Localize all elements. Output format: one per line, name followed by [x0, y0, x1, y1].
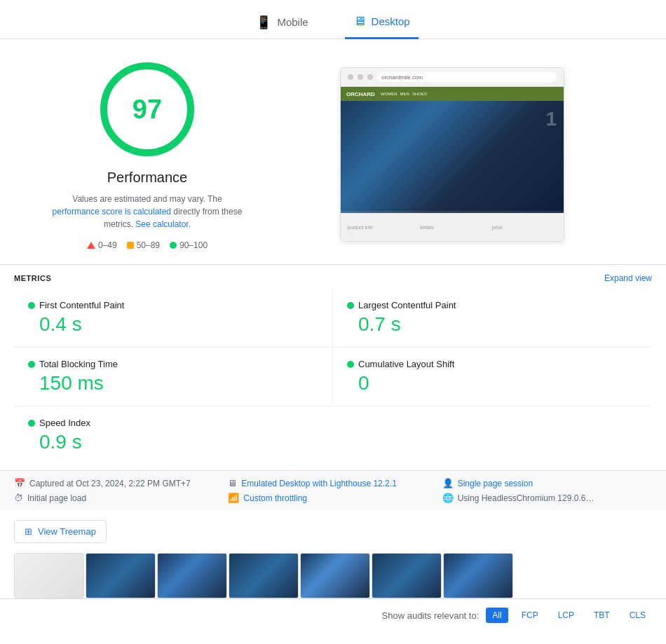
- metric-lcp: Largest Contentful Paint 0.7 s: [333, 289, 652, 348]
- desktop-icon: 🖥: [353, 14, 366, 29]
- filter-all-button[interactable]: All: [486, 608, 508, 623]
- nav-item2: MEN: [400, 92, 409, 96]
- screenshot-image: 1: [341, 101, 564, 213]
- show-audits-label: Show audits relevant to:: [382, 610, 480, 621]
- cls-label: Cumulative Layout Shift: [358, 359, 454, 369]
- site-logo: ORCHARD: [346, 91, 375, 97]
- fcp-dot: [28, 302, 35, 309]
- score-section: 97 Performance Values are estimated and …: [42, 60, 252, 250]
- metric-fcp: First Contentful Paint 0.4 s: [14, 289, 333, 348]
- emulated-link[interactable]: Emulated Desktop with Lighthouse 12.2.1: [241, 479, 396, 488]
- view-treemap-button[interactable]: ⊞ View Treemap: [14, 520, 107, 543]
- screenshot-section: orchardmile.com ORCHARD WOMEN MEN SHOES …: [280, 60, 624, 242]
- filmstrip-frame-5: [300, 553, 370, 598]
- score-value: 97: [132, 95, 162, 125]
- info-chromium: 🌐 Using HeadlessChromium 129.0.6668.89 w…: [442, 493, 652, 503]
- lcp-label: Largest Contentful Paint: [358, 300, 456, 310]
- tbt-value: 150 ms: [28, 372, 318, 395]
- legend-poor: 0–49: [87, 240, 117, 250]
- tbt-dot: [28, 361, 35, 368]
- filmstrip-frame-7: [443, 553, 513, 598]
- fcp-label: First Contentful Paint: [39, 300, 124, 310]
- screenshot-bottom: product info details price: [341, 213, 564, 241]
- info-session: 👤 Single page session: [442, 478, 652, 488]
- bottom-bar: Show audits relevant to: All FCP LCP TBT…: [0, 598, 666, 631]
- filmstrip-frame-4: [229, 553, 299, 598]
- info-initial: ⏱ Initial page load: [14, 493, 224, 503]
- performance-description: Values are estimated and may vary. The p…: [49, 193, 245, 231]
- metrics-title: METRICS: [14, 274, 51, 282]
- wifi-icon: 📶: [228, 493, 239, 503]
- filter-lcp-button[interactable]: LCP: [552, 608, 580, 623]
- info-bar: 📅 Captured at Oct 23, 2024, 2:22 PM GMT+…: [0, 470, 666, 510]
- cls-value: 0: [347, 372, 638, 395]
- circle-icon: [170, 242, 177, 249]
- treemap-bar: ⊞ View Treemap: [0, 510, 666, 553]
- filter-cls-button[interactable]: CLS: [623, 608, 652, 623]
- legend-average-label: 50–89: [137, 240, 160, 250]
- si-dot: [28, 420, 35, 427]
- treemap-label: View Treemap: [38, 526, 96, 537]
- perf-score-link[interactable]: performance score is calculated: [53, 207, 171, 217]
- mobile-icon: 📱: [256, 15, 271, 30]
- square-icon: [127, 242, 134, 249]
- legend-poor-label: 0–49: [98, 240, 117, 250]
- filter-tbt-button[interactable]: TBT: [587, 608, 616, 623]
- si-value: 0.9 s: [28, 431, 638, 453]
- tab-mobile-label: Mobile: [277, 16, 308, 28]
- globe-icon: 🌐: [442, 493, 454, 503]
- metric-cls: Cumulative Layout Shift 0: [333, 348, 652, 406]
- tbt-label: Total Blocking Time: [39, 359, 118, 369]
- treemap-icon: ⊞: [25, 526, 32, 537]
- info-captured: 📅 Captured at Oct 23, 2024, 2:22 PM GMT+…: [14, 478, 224, 488]
- tab-desktop-label: Desktop: [372, 15, 410, 27]
- browser-titlebar: orchardmile.com: [341, 68, 564, 87]
- url-bar: orchardmile.com: [377, 72, 557, 82]
- performance-title: Performance: [107, 170, 188, 186]
- site-nav: ORCHARD WOMEN MEN SHOES: [341, 87, 564, 101]
- nav-item3: SHOES: [412, 92, 427, 96]
- info-throttling: 📶 Custom throttling: [228, 493, 437, 503]
- lcp-value: 0.7 s: [347, 313, 638, 336]
- main-content: 97 Performance Values are estimated and …: [0, 39, 666, 264]
- metrics-header: METRICS Expand view: [0, 265, 666, 289]
- performance-gauge: 97: [98, 60, 196, 158]
- user-icon: 👤: [442, 478, 454, 488]
- metrics-grid: First Contentful Paint 0.4 s Largest Con…: [0, 289, 666, 465]
- filmstrip-container: [0, 553, 666, 598]
- throttling-link[interactable]: Custom throttling: [243, 493, 307, 503]
- si-label: Speed Index: [39, 418, 90, 428]
- filmstrip-frame-6: [372, 553, 442, 598]
- filmstrip-frame-3: [157, 553, 227, 598]
- tab-bar: 📱 Mobile 🖥 Desktop: [0, 0, 666, 39]
- fcp-value: 0.4 s: [28, 313, 318, 336]
- tab-mobile[interactable]: 📱 Mobile: [247, 8, 316, 39]
- tab-desktop[interactable]: 🖥 Desktop: [345, 8, 419, 39]
- session-link[interactable]: Single page session: [458, 479, 533, 488]
- filmstrip: [14, 553, 652, 598]
- initial-text: Initial page load: [27, 493, 86, 503]
- legend-average: 50–89: [127, 240, 160, 250]
- triangle-icon: [87, 242, 95, 249]
- nav-items: WOMEN MEN SHOES: [381, 92, 427, 96]
- legend-good: 90–100: [170, 240, 208, 250]
- lcp-dot: [347, 302, 354, 309]
- titlebar-dot3: [367, 74, 373, 80]
- filmstrip-frame-2: [86, 553, 156, 598]
- see-calculator-link[interactable]: See calculator.: [135, 219, 191, 229]
- expand-view-link[interactable]: Expand view: [604, 273, 652, 283]
- screenshot-frame: orchardmile.com ORCHARD WOMEN MEN SHOES …: [340, 67, 564, 242]
- titlebar-dot2: [358, 74, 363, 80]
- nav-item: WOMEN: [381, 92, 397, 96]
- captured-text: Captured at Oct 23, 2024, 2:22 PM GMT+7: [29, 479, 191, 488]
- metric-tbt: Total Blocking Time 150 ms: [14, 348, 333, 406]
- monitor-icon: 🖥: [228, 478, 237, 488]
- clock-icon: ⏱: [14, 493, 23, 503]
- chromium-text: Using HeadlessChromium 129.0.6668.89 wit…: [458, 493, 598, 503]
- legend-good-label: 90–100: [179, 240, 208, 250]
- titlebar-dot: [348, 74, 353, 80]
- score-legend: 0–49 50–89 90–100: [87, 240, 208, 250]
- filter-fcp-button[interactable]: FCP: [515, 608, 545, 623]
- info-emulated: 🖥 Emulated Desktop with Lighthouse 12.2.…: [228, 478, 437, 488]
- calendar-icon: 📅: [14, 478, 25, 488]
